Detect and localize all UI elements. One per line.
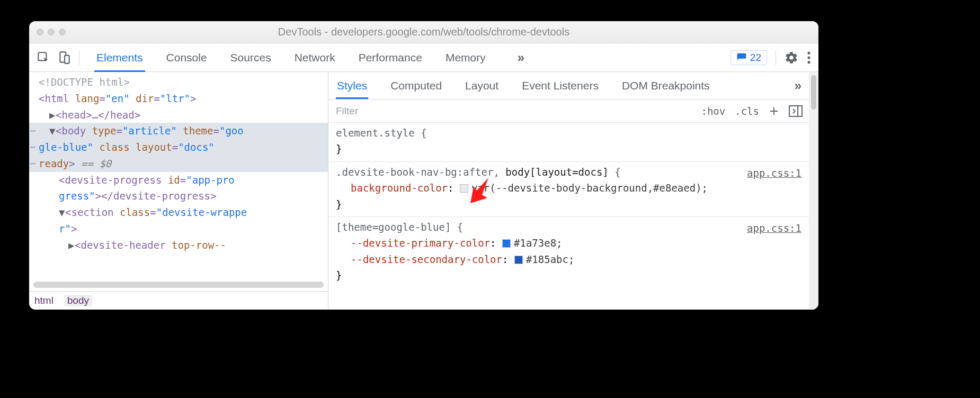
prop-secondary-color[interactable]: --devsite-secondary-color: #185abc; <box>336 251 801 267</box>
dom-body-selected-line2[interactable]: gle-blue" class layout="docs" <box>29 139 328 156</box>
svg-point-3 <box>807 51 810 54</box>
selector-text: .devsite-book-nav-bg:after, body[layout=… <box>336 164 801 180</box>
brace-close: } <box>336 267 801 283</box>
dom-panel: <!DOCTYPE html> <html lang="en" dir="ltr… <box>29 72 328 310</box>
source-link[interactable]: app.css:1 <box>747 165 801 181</box>
dom-body-selected-line3[interactable]: ready> == $0 <box>29 156 328 172</box>
breadcrumb: html body <box>29 291 328 310</box>
tab-network[interactable]: Network <box>292 45 337 70</box>
close-icon[interactable] <box>37 29 43 35</box>
tab-layout[interactable]: Layout <box>464 74 500 97</box>
horizontal-scrollbar[interactable] <box>33 282 324 288</box>
dom-devsite-header[interactable]: ▶<devsite-header top-row-- <box>29 237 328 254</box>
rule-theme-google-blue[interactable]: app.css:1 [theme=google-blue] { --devsit… <box>328 217 809 288</box>
dom-devsite-progress-line2[interactable]: gress"></devsite-progress> <box>29 188 328 204</box>
add-rule-icon[interactable] <box>769 106 779 116</box>
zoom-icon[interactable] <box>59 29 66 35</box>
svg-rect-6 <box>789 106 802 116</box>
dom-body-selected[interactable]: ▼<body type="article" theme="goo <box>29 123 328 139</box>
styles-rules[interactable]: element.style { } app.css:1 .devsite-boo… <box>328 123 809 310</box>
styles-panel: Styles Computed Layout Event Listeners D… <box>328 72 818 310</box>
tab-elements[interactable]: Elements <box>94 45 145 72</box>
device-mode-icon[interactable] <box>58 51 72 65</box>
dom-html-open[interactable]: <html lang="en" dir="ltr"> <box>29 91 328 107</box>
dom-head[interactable]: ▶<head>…</head> <box>29 107 328 123</box>
tab-event-listeners[interactable]: Event Listeners <box>521 74 600 97</box>
svg-point-5 <box>807 61 810 64</box>
hov-toggle[interactable]: :hov <box>701 105 725 117</box>
toolbar-separator <box>79 50 79 65</box>
dom-devsite-progress[interactable]: <devsite-progress id="app-pro <box>29 172 328 188</box>
tab-dom-breakpoints[interactable]: DOM Breakpoints <box>621 74 711 97</box>
crumb-body[interactable]: body <box>64 295 92 306</box>
color-swatch-icon[interactable] <box>514 256 523 264</box>
dom-doctype[interactable]: <!DOCTYPE html> <box>29 74 328 91</box>
prop-background-color[interactable]: background-color: var(--devsite-body-bac… <box>336 180 801 196</box>
speech-bubble-icon <box>736 52 747 63</box>
prop-primary-color[interactable]: --devsite-primary-color: #1a73e8; <box>336 235 801 251</box>
settings-icon[interactable] <box>785 51 798 65</box>
selector-text: [theme=google-blue] { <box>336 219 801 235</box>
window-title: DevTools - developers.google.com/web/too… <box>29 26 818 38</box>
color-swatch-icon[interactable] <box>502 239 511 248</box>
tab-sources[interactable]: Sources <box>228 45 273 70</box>
devtools-window: DevTools - developers.google.com/web/too… <box>29 21 818 310</box>
kebab-menu-icon[interactable] <box>807 51 811 65</box>
messages-count: 22 <box>750 52 761 64</box>
color-swatch-icon[interactable] <box>460 184 468 193</box>
tab-performance[interactable]: Performance <box>357 45 424 70</box>
brace-close: } <box>336 196 801 212</box>
inspect-element-icon[interactable] <box>37 51 50 65</box>
crumb-html[interactable]: html <box>34 295 54 306</box>
workspace: <!DOCTYPE html> <html lang="en" dir="ltr… <box>29 72 818 310</box>
tab-computed[interactable]: Computed <box>389 74 443 97</box>
rule-element-style[interactable]: element.style { } <box>328 123 809 162</box>
toolbar-separator <box>776 50 776 65</box>
minimize-icon[interactable] <box>48 29 55 35</box>
main-toolbar: Elements Console Sources Network Perform… <box>29 43 818 72</box>
dom-section[interactable]: ▼<section class="devsite-wrappe <box>29 204 328 221</box>
tab-console[interactable]: Console <box>164 45 209 70</box>
dom-section-line2[interactable]: r"> <box>29 221 328 237</box>
rule-body-layout-docs[interactable]: app.css:1 .devsite-book-nav-bg:after, bo… <box>328 162 809 217</box>
titlebar: DevTools - developers.google.com/web/too… <box>29 21 818 43</box>
styles-filter-input[interactable] <box>335 103 693 119</box>
source-link[interactable]: app.css:1 <box>747 220 801 236</box>
window-traffic-lights <box>37 29 66 35</box>
cls-toggle[interactable]: .cls <box>735 105 759 117</box>
styles-filterbar: :hov .cls <box>328 100 809 123</box>
selector-text: element.style { <box>336 125 801 141</box>
tab-memory[interactable]: Memory <box>443 45 488 70</box>
svg-rect-2 <box>65 55 69 63</box>
more-tabs-icon[interactable]: » <box>518 50 524 65</box>
scrollbar-thumb[interactable] <box>811 75 816 110</box>
tab-styles[interactable]: Styles <box>336 74 368 99</box>
messages-badge[interactable]: 22 <box>730 50 767 65</box>
svg-point-4 <box>807 56 810 59</box>
brace-close: } <box>336 141 801 157</box>
more-styles-tabs-icon[interactable]: » <box>795 78 801 93</box>
styles-tabs: Styles Computed Layout Event Listeners D… <box>328 72 809 100</box>
main-tabs: Elements Console Sources Network Perform… <box>94 45 524 70</box>
vertical-scrollbar[interactable] <box>809 72 818 310</box>
sidebar-toggle-icon[interactable] <box>789 105 803 117</box>
dom-tree[interactable]: <!DOCTYPE html> <html lang="en" dir="ltr… <box>29 72 328 282</box>
